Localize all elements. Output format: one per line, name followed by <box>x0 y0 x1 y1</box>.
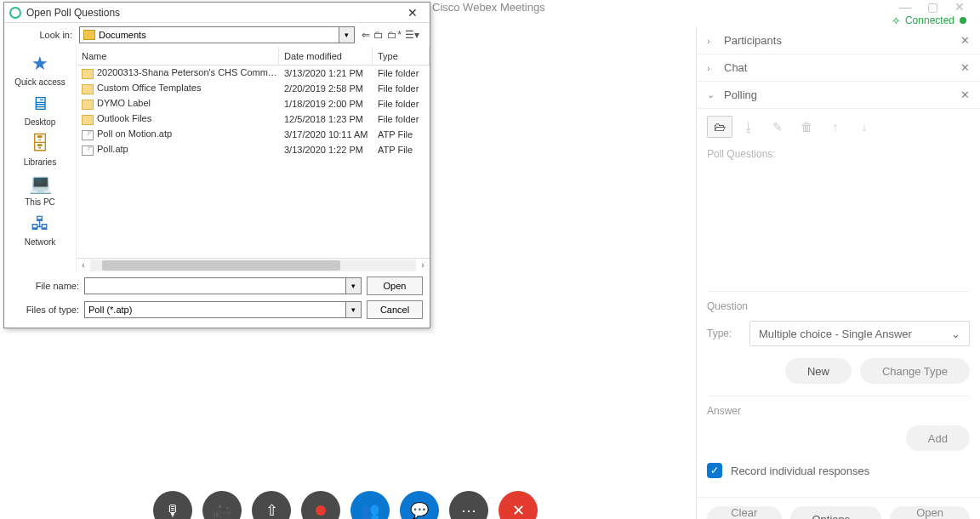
record-button[interactable] <box>301 491 340 519</box>
lookin-combo[interactable]: Documents ▾ <box>79 26 355 43</box>
cancel-button[interactable]: Cancel <box>367 300 423 319</box>
dialog-close-button[interactable]: ✕ <box>401 6 424 20</box>
move-up-button[interactable]: ↑ <box>823 116 848 138</box>
place-network[interactable]: 🖧 Network <box>10 212 70 247</box>
dialog-lookin-row: Look in: Documents ▾ ⇐ 🗀 🗀* ☰▾ <box>4 23 430 47</box>
share-icon: ⇧ <box>265 501 278 519</box>
participants-label: Participants <box>724 34 954 47</box>
poll-toolbar: 🗁 ⭳ ✎ 🗑 ↑ ↓ <box>707 116 970 138</box>
col-name[interactable]: Name <box>77 47 279 65</box>
record-label: Record individual responses <box>731 465 869 477</box>
new-question-button[interactable]: New <box>785 358 852 384</box>
status-dot-icon <box>960 17 966 24</box>
file-row[interactable]: 20200313-Shana Peterson's CHS Committee … <box>77 66 430 81</box>
libraries-icon: 🗄 <box>25 132 55 156</box>
open-poll-file-button[interactable]: 🗁 <box>707 116 732 138</box>
place-libraries[interactable]: 🗄 Libraries <box>10 132 70 167</box>
dialog-nav-icons: ⇐ 🗀 🗀* ☰▾ <box>362 29 424 41</box>
record-checkbox[interactable]: ✓ <box>707 463 722 478</box>
add-answer-button: Add <box>906 425 970 451</box>
file-type-select[interactable]: Poll (*.atp) ▾ <box>84 301 362 318</box>
people-icon: 👥 <box>361 501 379 519</box>
question-title: Question <box>707 300 970 312</box>
trash-icon: 🗑 <box>801 120 812 134</box>
delete-poll-button[interactable]: 🗑 <box>794 116 819 138</box>
place-label: Libraries <box>24 157 56 167</box>
network-icon: 🖧 <box>25 212 55 236</box>
chevron-down-icon: ⌄ <box>707 89 717 100</box>
edit-poll-button[interactable]: ✎ <box>765 116 790 138</box>
file-type-value: Poll (*.atp) <box>88 305 132 315</box>
maximize-button[interactable]: ▢ <box>919 0 946 14</box>
place-label: Desktop <box>25 117 56 127</box>
dropdown-arrow-icon[interactable]: ▾ <box>345 302 361 317</box>
scroll-track[interactable] <box>90 260 416 271</box>
file-name-input[interactable]: ▾ <box>84 277 362 294</box>
camera-icon: 🎥 <box>213 501 231 519</box>
type-value: Multiple choice - Single Answer <box>759 328 912 340</box>
mic-icon: 🎙 <box>165 502 180 520</box>
folder-icon <box>83 30 95 40</box>
col-date[interactable]: Date modified <box>279 47 373 65</box>
close-button[interactable]: ✕ <box>946 0 973 14</box>
star-icon: ★ <box>25 52 55 76</box>
dropdown-arrow-icon[interactable]: ▾ <box>339 27 354 43</box>
video-button[interactable]: 🎥 <box>202 491 242 519</box>
question-type-select[interactable]: Multiple choice - Single Answer ⌄ <box>749 321 970 346</box>
panel-polling[interactable]: ⌄ Polling ✕ <box>697 82 980 109</box>
arrow-down-icon: ↓ <box>862 120 868 134</box>
file-row[interactable]: Poll on Motion.atp3/17/2020 10:11 AMATP … <box>77 127 430 142</box>
place-quick-access[interactable]: ★ Quick access <box>10 52 70 87</box>
place-label: Quick access <box>14 77 65 87</box>
file-row[interactable]: Custom Office Templates2/20/2019 2:58 PM… <box>77 81 430 96</box>
dialog-title: Open Poll Questions <box>26 7 401 19</box>
polling-body: 🗁 ⭳ ✎ 🗑 ↑ ↓ Poll Questions: Question Typ… <box>697 109 980 497</box>
scroll-left-icon[interactable]: ‹ <box>77 260 90 270</box>
h-scrollbar[interactable]: ‹ › <box>77 258 430 271</box>
scroll-thumb[interactable] <box>102 260 340 271</box>
close-icon[interactable]: ✕ <box>960 34 970 47</box>
panel-participants[interactable]: › Participants ✕ <box>697 27 980 54</box>
dialog-main: ★ Quick access 🖥 Desktop 🗄 Libraries 💻 T… <box>4 47 430 271</box>
up-icon[interactable]: 🗀 <box>373 29 384 41</box>
close-icon[interactable]: ✕ <box>960 88 970 101</box>
participants-button[interactable]: 👥 <box>350 491 390 519</box>
folder-open-icon: 🗁 <box>714 120 726 134</box>
new-folder-icon[interactable]: 🗀* <box>387 29 402 41</box>
lookin-label: Look in: <box>9 30 72 40</box>
share-button[interactable]: ⇧ <box>252 491 291 519</box>
close-icon[interactable]: ✕ <box>960 61 970 74</box>
places-bar: ★ Quick access 🖥 Desktop 🗄 Libraries 💻 T… <box>4 47 76 271</box>
change-type-button: Change Type <box>860 358 970 384</box>
file-icon <box>82 145 94 156</box>
options-button[interactable]: Options... <box>790 506 882 519</box>
signal-icon: ⟡ <box>892 14 900 27</box>
minimize-button[interactable]: — <box>892 0 919 14</box>
panel-chat[interactable]: › Chat ✕ <box>697 54 980 82</box>
place-this-pc[interactable]: 💻 This PC <box>10 172 70 207</box>
move-down-button[interactable]: ↓ <box>852 116 877 138</box>
connected-label: Connected <box>905 14 954 26</box>
file-row[interactable]: Poll.atp3/13/2020 1:22 PMATP File <box>77 142 430 157</box>
record-row[interactable]: ✓ Record individual responses <box>707 463 970 478</box>
file-list: Name Date modified Type 20200313-Shana P… <box>76 47 430 271</box>
chevron-right-icon: › <box>707 36 717 46</box>
col-type[interactable]: Type <box>373 47 430 65</box>
open-button[interactable]: Open <box>367 277 423 295</box>
more-button[interactable]: ⋯ <box>449 491 488 519</box>
open-poll-dialog: Open Poll Questions ✕ Look in: Documents… <box>3 2 430 328</box>
open-poll-button: Open Poll <box>890 506 970 519</box>
save-poll-button[interactable]: ⭳ <box>736 116 761 138</box>
chat-button[interactable]: 💬 <box>400 491 439 519</box>
file-row[interactable]: Outlook Files12/5/2018 1:23 PMFile folde… <box>77 111 430 127</box>
place-desktop[interactable]: 🖥 Desktop <box>10 92 70 127</box>
folder-icon <box>82 100 94 110</box>
pc-icon: 💻 <box>25 172 55 196</box>
file-row[interactable]: DYMO Label1/18/2019 2:00 PMFile folder <box>77 96 430 111</box>
end-button[interactable]: ✕ <box>499 491 538 519</box>
dropdown-arrow-icon[interactable]: ▾ <box>345 278 361 294</box>
back-icon[interactable]: ⇐ <box>362 29 370 41</box>
views-icon[interactable]: ☰▾ <box>405 29 419 41</box>
scroll-right-icon[interactable]: › <box>416 260 430 270</box>
mute-button[interactable]: 🎙 <box>153 491 192 519</box>
